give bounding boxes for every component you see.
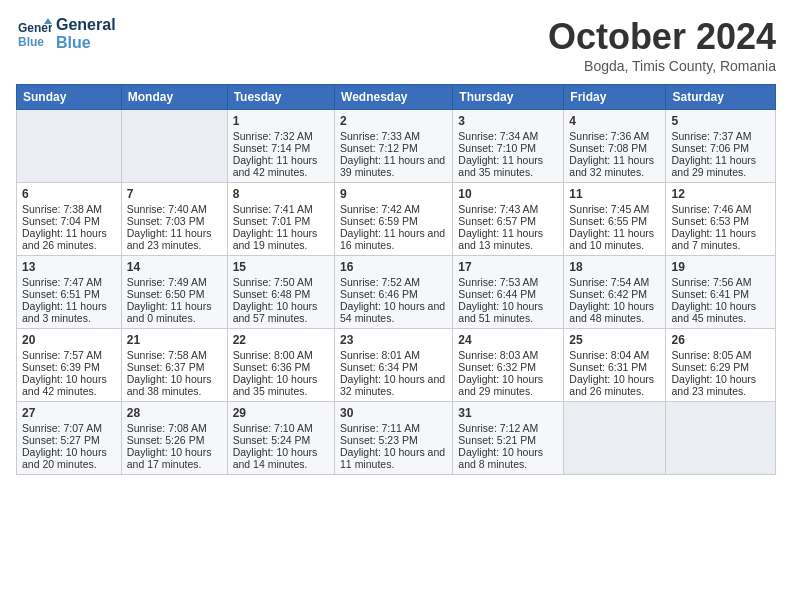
daylight-text: Daylight: 11 hours and 13 minutes. xyxy=(458,227,558,251)
daylight-text: Daylight: 11 hours and 7 minutes. xyxy=(671,227,770,251)
day-number: 10 xyxy=(458,187,558,201)
calendar-cell: 9Sunrise: 7:42 AMSunset: 6:59 PMDaylight… xyxy=(335,183,453,256)
sunrise-text: Sunrise: 7:32 AM xyxy=(233,130,329,142)
sunset-text: Sunset: 6:31 PM xyxy=(569,361,660,373)
calendar-cell: 10Sunrise: 7:43 AMSunset: 6:57 PMDayligh… xyxy=(453,183,564,256)
daylight-text: Daylight: 11 hours and 16 minutes. xyxy=(340,227,447,251)
day-number: 26 xyxy=(671,333,770,347)
calendar-cell: 28Sunrise: 7:08 AMSunset: 5:26 PMDayligh… xyxy=(121,402,227,475)
calendar-cell: 13Sunrise: 7:47 AMSunset: 6:51 PMDayligh… xyxy=(17,256,122,329)
calendar-cell xyxy=(666,402,776,475)
day-number: 15 xyxy=(233,260,329,274)
logo-blue: Blue xyxy=(56,34,116,52)
sunrise-text: Sunrise: 7:38 AM xyxy=(22,203,116,215)
calendar-cell: 7Sunrise: 7:40 AMSunset: 7:03 PMDaylight… xyxy=(121,183,227,256)
day-number: 23 xyxy=(340,333,447,347)
daylight-text: Daylight: 10 hours and 14 minutes. xyxy=(233,446,329,470)
daylight-text: Daylight: 11 hours and 0 minutes. xyxy=(127,300,222,324)
header-cell-saturday: Saturday xyxy=(666,85,776,110)
sunset-text: Sunset: 6:34 PM xyxy=(340,361,447,373)
daylight-text: Daylight: 11 hours and 29 minutes. xyxy=(671,154,770,178)
sunrise-text: Sunrise: 7:40 AM xyxy=(127,203,222,215)
daylight-text: Daylight: 10 hours and 32 minutes. xyxy=(340,373,447,397)
sunrise-text: Sunrise: 7:54 AM xyxy=(569,276,660,288)
daylight-text: Daylight: 10 hours and 54 minutes. xyxy=(340,300,447,324)
daylight-text: Daylight: 11 hours and 39 minutes. xyxy=(340,154,447,178)
sunset-text: Sunset: 7:12 PM xyxy=(340,142,447,154)
day-number: 11 xyxy=(569,187,660,201)
daylight-text: Daylight: 11 hours and 26 minutes. xyxy=(22,227,116,251)
sunset-text: Sunset: 6:42 PM xyxy=(569,288,660,300)
sunrise-text: Sunrise: 8:03 AM xyxy=(458,349,558,361)
week-row-2: 6Sunrise: 7:38 AMSunset: 7:04 PMDaylight… xyxy=(17,183,776,256)
calendar-cell: 25Sunrise: 8:04 AMSunset: 6:31 PMDayligh… xyxy=(564,329,666,402)
sunset-text: Sunset: 5:23 PM xyxy=(340,434,447,446)
sunrise-text: Sunrise: 7:33 AM xyxy=(340,130,447,142)
sunrise-text: Sunrise: 8:00 AM xyxy=(233,349,329,361)
day-number: 24 xyxy=(458,333,558,347)
sunset-text: Sunset: 7:10 PM xyxy=(458,142,558,154)
calendar-table: SundayMondayTuesdayWednesdayThursdayFrid… xyxy=(16,84,776,475)
sunrise-text: Sunrise: 7:53 AM xyxy=(458,276,558,288)
sunset-text: Sunset: 6:48 PM xyxy=(233,288,329,300)
sunrise-text: Sunrise: 7:57 AM xyxy=(22,349,116,361)
sunset-text: Sunset: 6:50 PM xyxy=(127,288,222,300)
calendar-cell: 18Sunrise: 7:54 AMSunset: 6:42 PMDayligh… xyxy=(564,256,666,329)
calendar-cell: 20Sunrise: 7:57 AMSunset: 6:39 PMDayligh… xyxy=(17,329,122,402)
daylight-text: Daylight: 11 hours and 19 minutes. xyxy=(233,227,329,251)
daylight-text: Daylight: 11 hours and 35 minutes. xyxy=(458,154,558,178)
week-row-1: 1Sunrise: 7:32 AMSunset: 7:14 PMDaylight… xyxy=(17,110,776,183)
daylight-text: Daylight: 10 hours and 23 minutes. xyxy=(671,373,770,397)
sunrise-text: Sunrise: 7:41 AM xyxy=(233,203,329,215)
daylight-text: Daylight: 10 hours and 29 minutes. xyxy=(458,373,558,397)
sunset-text: Sunset: 6:41 PM xyxy=(671,288,770,300)
calendar-cell: 1Sunrise: 7:32 AMSunset: 7:14 PMDaylight… xyxy=(227,110,334,183)
day-number: 30 xyxy=(340,406,447,420)
sunset-text: Sunset: 6:51 PM xyxy=(22,288,116,300)
calendar-cell: 14Sunrise: 7:49 AMSunset: 6:50 PMDayligh… xyxy=(121,256,227,329)
calendar-cell: 3Sunrise: 7:34 AMSunset: 7:10 PMDaylight… xyxy=(453,110,564,183)
calendar-cell xyxy=(17,110,122,183)
day-number: 8 xyxy=(233,187,329,201)
daylight-text: Daylight: 10 hours and 17 minutes. xyxy=(127,446,222,470)
daylight-text: Daylight: 11 hours and 23 minutes. xyxy=(127,227,222,251)
sunset-text: Sunset: 6:46 PM xyxy=(340,288,447,300)
sunrise-text: Sunrise: 7:11 AM xyxy=(340,422,447,434)
calendar-cell: 27Sunrise: 7:07 AMSunset: 5:27 PMDayligh… xyxy=(17,402,122,475)
sunset-text: Sunset: 5:26 PM xyxy=(127,434,222,446)
day-number: 6 xyxy=(22,187,116,201)
day-number: 9 xyxy=(340,187,447,201)
sunset-text: Sunset: 6:39 PM xyxy=(22,361,116,373)
day-number: 17 xyxy=(458,260,558,274)
calendar-cell: 22Sunrise: 8:00 AMSunset: 6:36 PMDayligh… xyxy=(227,329,334,402)
sunrise-text: Sunrise: 7:50 AM xyxy=(233,276,329,288)
logo-icon: General Blue xyxy=(16,16,52,52)
calendar-cell: 15Sunrise: 7:50 AMSunset: 6:48 PMDayligh… xyxy=(227,256,334,329)
calendar-cell: 4Sunrise: 7:36 AMSunset: 7:08 PMDaylight… xyxy=(564,110,666,183)
header-cell-sunday: Sunday xyxy=(17,85,122,110)
daylight-text: Daylight: 10 hours and 8 minutes. xyxy=(458,446,558,470)
month-title: October 2024 xyxy=(548,16,776,58)
calendar-cell: 24Sunrise: 8:03 AMSunset: 6:32 PMDayligh… xyxy=(453,329,564,402)
calendar-cell: 5Sunrise: 7:37 AMSunset: 7:06 PMDaylight… xyxy=(666,110,776,183)
daylight-text: Daylight: 10 hours and 48 minutes. xyxy=(569,300,660,324)
sunset-text: Sunset: 6:32 PM xyxy=(458,361,558,373)
header-cell-thursday: Thursday xyxy=(453,85,564,110)
title-block: October 2024 Bogda, Timis County, Romani… xyxy=(548,16,776,74)
calendar-cell: 17Sunrise: 7:53 AMSunset: 6:44 PMDayligh… xyxy=(453,256,564,329)
sunrise-text: Sunrise: 8:04 AM xyxy=(569,349,660,361)
day-number: 20 xyxy=(22,333,116,347)
sunset-text: Sunset: 7:08 PM xyxy=(569,142,660,154)
sunrise-text: Sunrise: 7:58 AM xyxy=(127,349,222,361)
header-row: SundayMondayTuesdayWednesdayThursdayFrid… xyxy=(17,85,776,110)
day-number: 13 xyxy=(22,260,116,274)
calendar-cell: 2Sunrise: 7:33 AMSunset: 7:12 PMDaylight… xyxy=(335,110,453,183)
sunset-text: Sunset: 6:59 PM xyxy=(340,215,447,227)
daylight-text: Daylight: 11 hours and 10 minutes. xyxy=(569,227,660,251)
sunrise-text: Sunrise: 7:56 AM xyxy=(671,276,770,288)
sunrise-text: Sunrise: 7:36 AM xyxy=(569,130,660,142)
sunrise-text: Sunrise: 7:07 AM xyxy=(22,422,116,434)
sunrise-text: Sunrise: 7:37 AM xyxy=(671,130,770,142)
sunrise-text: Sunrise: 7:43 AM xyxy=(458,203,558,215)
sunset-text: Sunset: 6:37 PM xyxy=(127,361,222,373)
